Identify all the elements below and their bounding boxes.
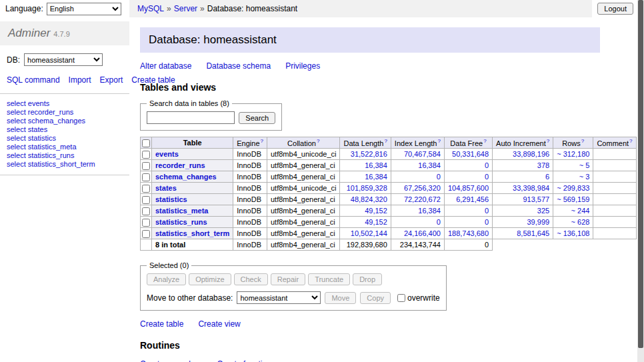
index-length-cell: 16,384 xyxy=(391,160,444,171)
db-select[interactable]: homeassistant xyxy=(24,53,103,66)
table-name-link[interactable]: statistics xyxy=(155,195,187,203)
rows-cell[interactable]: ~ 3 xyxy=(553,171,593,183)
row-checkbox[interactable] xyxy=(142,162,150,170)
selected-legend: Selected (0) xyxy=(147,261,191,269)
db-link-alter-database[interactable]: Alter database xyxy=(140,61,191,71)
rows-cell[interactable]: ~ 5 xyxy=(553,160,593,171)
column-header-index-length[interactable]: Index Length? xyxy=(391,137,444,149)
total-engine-cell: InnoDB xyxy=(233,239,267,251)
tables-body: eventsInnoDButf8mb4_unicode_ci31,522,816… xyxy=(141,149,637,251)
overwrite-checkbox[interactable] xyxy=(397,294,405,302)
sidebar-link-export[interactable]: Export xyxy=(100,75,123,85)
help-icon[interactable]: ? xyxy=(629,138,632,144)
sidebar-link-sql-command[interactable]: SQL command xyxy=(7,75,60,85)
table-name-link[interactable]: statistics_runs xyxy=(155,218,207,226)
check-button[interactable]: Check xyxy=(234,273,268,285)
help-icon[interactable]: ? xyxy=(437,138,440,144)
routine-link-create-function[interactable]: Create function xyxy=(217,359,271,362)
data-length-cell: 49,152 xyxy=(340,217,391,228)
drop-button[interactable]: Drop xyxy=(353,273,382,285)
row-checkbox[interactable] xyxy=(142,173,150,181)
create-link-create-table[interactable]: Create table xyxy=(140,319,183,329)
create-link-create-view[interactable]: Create view xyxy=(198,319,240,329)
sidebar-table-link[interactable]: select events xyxy=(7,99,123,108)
vertical-scrollbar[interactable] xyxy=(637,0,644,362)
help-icon[interactable]: ? xyxy=(261,138,263,144)
comment-cell xyxy=(593,194,636,205)
collation-cell: utf8mb4_general_ci xyxy=(267,194,340,205)
breadcrumb-separator: » xyxy=(167,4,171,13)
row-checkbox[interactable] xyxy=(142,207,150,215)
repair-button[interactable]: Repair xyxy=(271,273,305,285)
sidebar-table-link[interactable]: select statistics_meta xyxy=(7,143,123,151)
engine-cell: InnoDB xyxy=(233,171,267,183)
help-icon[interactable]: ? xyxy=(581,138,584,144)
auto-increment-cell: 33,398,984 xyxy=(493,183,553,194)
rows-cell[interactable]: ~ 299,833 xyxy=(553,183,593,194)
sidebar-table-link[interactable]: select statistics xyxy=(7,134,123,143)
move-button[interactable]: Move xyxy=(325,292,356,304)
rows-cell[interactable]: ~ 569,159 xyxy=(553,194,593,205)
db-link-database-schema[interactable]: Database schema xyxy=(206,61,271,71)
column-header-data-length[interactable]: Data Length? xyxy=(340,137,391,149)
column-header-table[interactable]: Table xyxy=(152,137,233,149)
db-link-privileges[interactable]: Privileges xyxy=(285,61,320,71)
analyze-button[interactable]: Analyze xyxy=(147,273,186,285)
sidebar-table-link[interactable]: select schema_changes xyxy=(7,117,123,125)
optimize-button[interactable]: Optimize xyxy=(189,273,231,285)
row-checkbox[interactable] xyxy=(142,151,150,159)
rows-cell[interactable]: ~ 244 xyxy=(553,205,593,217)
table-name-cell: statistics_short_term xyxy=(152,228,233,239)
search-button[interactable]: Search xyxy=(239,112,275,124)
logout-button[interactable]: Logout xyxy=(597,3,633,15)
help-icon[interactable]: ? xyxy=(317,138,319,144)
row-checkbox[interactable] xyxy=(142,230,150,238)
rows-cell[interactable]: ~ 628 xyxy=(553,217,593,228)
column-header-rows[interactable]: Rows? xyxy=(553,137,593,149)
total-data-length-cell: 192,839,680 xyxy=(340,239,391,251)
content: Adminer4.7.9 DB: homeassistant SQL comma… xyxy=(0,17,637,362)
row-checkbox[interactable] xyxy=(142,185,150,193)
auto-increment-cell: 378 xyxy=(493,160,553,171)
search-input[interactable] xyxy=(147,111,235,124)
table-name-link[interactable]: statistics_meta xyxy=(155,207,209,215)
sidebar-table-link[interactable]: select statistics_short_term xyxy=(7,160,123,169)
column-header-collation[interactable]: Collation? xyxy=(267,137,340,149)
column-header-auto-increment[interactable]: Auto Increment? xyxy=(493,137,553,149)
rows-cell[interactable]: ~ 312,180 xyxy=(553,149,593,160)
routine-link-create-procedure[interactable]: Create procedure xyxy=(140,359,202,362)
sidebar-table-link[interactable]: select statistics_runs xyxy=(7,151,123,160)
move-db-select[interactable]: homeassistant xyxy=(237,291,321,304)
table-name-link[interactable]: states xyxy=(155,184,177,192)
index-length-cell: 0 xyxy=(391,217,444,228)
data-free-cell: 188,743,680 xyxy=(444,228,492,239)
comment-cell xyxy=(593,149,636,160)
table-name-link[interactable]: schema_changes xyxy=(155,173,217,181)
tables-table: TableEngine?Collation?Data Length?Index … xyxy=(140,137,637,251)
help-icon[interactable]: ? xyxy=(483,138,486,144)
table-name-link[interactable]: events xyxy=(155,150,179,158)
table-name-link[interactable]: recorder_runs xyxy=(155,161,205,169)
column-header-comment[interactable]: Comment? xyxy=(593,137,636,149)
row-checkbox[interactable] xyxy=(142,196,150,204)
breadcrumb-link-server[interactable]: Server xyxy=(174,4,197,13)
column-header-data-free[interactable]: Data Free? xyxy=(444,137,492,149)
row-checkbox[interactable] xyxy=(142,219,150,227)
breadcrumb-link-mysql[interactable]: MySQL xyxy=(137,4,164,13)
sidebar-table-link[interactable]: select states xyxy=(7,125,123,134)
select-all-checkbox[interactable] xyxy=(142,139,150,147)
sidebar-table-link[interactable]: select recorder_runs xyxy=(7,108,123,117)
auto-increment-cell: 8,581,645 xyxy=(493,228,553,239)
sidebar-link-import[interactable]: Import xyxy=(69,75,91,85)
table-row: statisticsInnoDButf8mb4_general_ci48,824… xyxy=(141,194,637,205)
help-icon[interactable]: ? xyxy=(384,138,387,144)
help-icon[interactable]: ? xyxy=(547,138,549,144)
truncate-button[interactable]: Truncate xyxy=(308,273,350,285)
rows-cell[interactable]: ~ 136,108 xyxy=(553,228,593,239)
language-select[interactable]: English xyxy=(47,3,121,15)
table-name-link[interactable]: statistics_short_term xyxy=(155,229,229,237)
data-free-cell: 104,857,600 xyxy=(444,183,492,194)
copy-button[interactable]: Copy xyxy=(360,292,391,304)
scrollbar-thumb[interactable] xyxy=(638,0,643,348)
column-header-engine[interactable]: Engine? xyxy=(233,137,267,149)
